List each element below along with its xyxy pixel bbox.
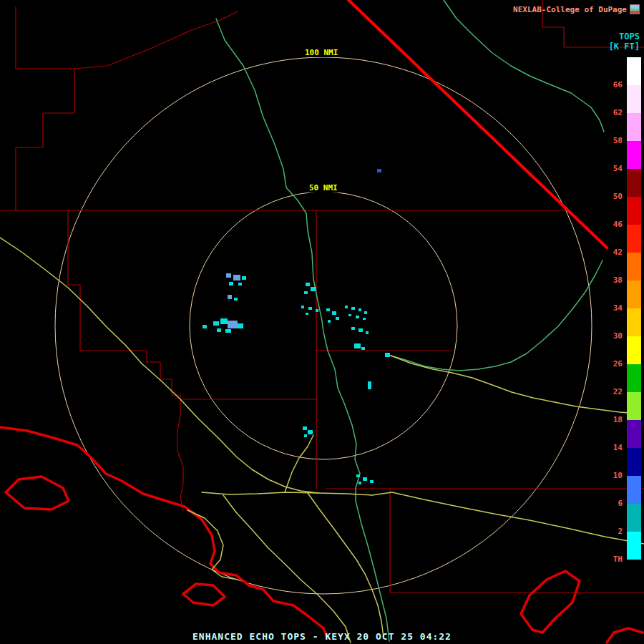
legend-color-swatch [627,448,641,476]
legend-cell-22: 22 [597,364,641,392]
legend-cell-10: 10 [597,448,641,476]
echo-layer [203,169,390,484]
legend-color-swatch [627,308,641,336]
echo-tops-legend: TOPS [K FT] 6662585450464238343026221814… [597,31,641,560]
legend-cell-18: 18 [597,392,641,420]
county-borders-layer [0,0,644,592]
radar-map-canvas [0,0,644,644]
legend-cell-42: 42 [597,225,641,253]
legend-color-swatch [627,141,641,169]
legend-cell-34: 34 [597,280,641,308]
legend-cell-26: 26 [597,336,641,364]
rivers-green-layer [216,0,604,641]
legend-color-swatch [627,225,641,253]
legend-tick-label: TH [613,555,623,564]
legend-cell-54: 54 [597,141,641,169]
legend-cell-62: 62 [597,85,641,113]
legend-unit: [K FT] [597,42,641,52]
legend-cell-50: 50 [597,169,641,197]
range-ring [55,57,592,594]
cod-logo-icon [630,4,640,14]
legend-cell-2: 2 [597,504,641,532]
legend-color-swatch [627,197,641,225]
range-ring-label-50nmi: 50 NMI [308,184,339,192]
legend-color-swatch [627,504,641,532]
legend-color-swatch [627,336,641,364]
legend-color-swatch [627,253,641,280]
legend-cell-38: 38 [597,253,641,280]
legend-color-swatch [627,113,641,141]
legend-color-swatch [627,420,641,448]
legend-color-swatch [627,532,641,560]
legend-cell-66: 66 [597,57,641,85]
product-caption: ENHANCED ECHO TOPS - KEYX 20 OCT 25 04:2… [0,631,644,642]
legend-cell-58: 58 [597,113,641,141]
legend-cell-14: 14 [597,420,641,448]
legend-color-swatch [627,85,641,113]
legend-cell-6: 6 [597,476,641,504]
legend-color-swatch [627,392,641,420]
legend-color-swatch [627,280,641,308]
radar-display: 100 NMI 50 NMI NEXLAB-College of DuPage … [0,0,644,644]
legend-color-swatch [627,476,641,504]
legend-cell-30: 30 [597,308,641,336]
site-title: NEXLAB-College of DuPage [513,5,627,14]
legend-color-swatch [627,364,641,392]
legend-color-swatch [627,169,641,197]
highways-yellow-layer [0,238,644,643]
legend-color-swatch [627,57,641,85]
legend-cell-46: 46 [597,197,641,225]
legend-color-scale: 66625854504642383430262218141062TH [597,57,641,560]
legend-cell-TH: TH [597,532,641,560]
range-ring-label-100nmi: 100 NMI [303,49,339,57]
legend-title: TOPS [597,31,641,42]
site-header: NEXLAB-College of DuPage [513,4,640,14]
